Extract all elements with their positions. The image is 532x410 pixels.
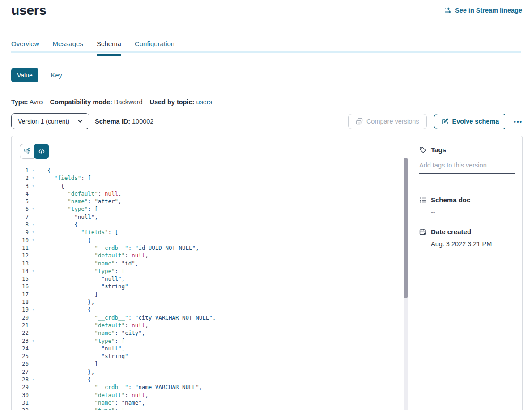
- code-line: 4 "default": null,: [12, 190, 401, 197]
- fold-arrow-icon[interactable]: ▾: [29, 174, 38, 182]
- code-line: 21 "default": null,: [12, 321, 401, 329]
- line-number: 31: [12, 399, 29, 406]
- line-number: 18: [12, 298, 29, 306]
- code-text: "name": "city",: [38, 329, 401, 337]
- more-options-button[interactable]: •••: [514, 118, 523, 125]
- code-line: 24 "null",: [12, 345, 401, 352]
- code-text: "default": null,: [38, 321, 401, 329]
- value-toggle-button[interactable]: Value: [11, 68, 38, 82]
- fold-gutter: [29, 383, 38, 391]
- page-title: users: [11, 3, 47, 18]
- code-text: "null",: [38, 345, 401, 352]
- fold-gutter: [29, 290, 38, 298]
- code-line: 26 ]: [12, 360, 401, 367]
- line-number: 16: [12, 282, 29, 290]
- compare-versions-icon: [356, 118, 363, 125]
- line-number: 1: [12, 167, 29, 174]
- fold-arrow-icon[interactable]: ▾: [29, 337, 38, 345]
- key-toggle-button[interactable]: Key: [51, 72, 62, 79]
- code-text: "__crdb__": "name VARCHAR NULL",: [38, 383, 401, 391]
- code-text: "name": "id",: [38, 260, 401, 267]
- line-number: 10: [12, 236, 29, 244]
- code-line: 25 "string": [12, 352, 401, 360]
- see-in-stream-lineage-link[interactable]: See in Stream lineage: [444, 7, 522, 14]
- fold-gutter: [29, 368, 38, 376]
- line-number: 20: [12, 314, 29, 321]
- line-number: 30: [12, 391, 29, 399]
- fold-gutter: [29, 275, 38, 282]
- line-number: 22: [12, 329, 29, 337]
- value-key-toggle: Value Key: [11, 68, 62, 82]
- code-text: "__crdb__": "id UUID NOT NULL",: [38, 244, 401, 252]
- fold-arrow-icon[interactable]: ▾: [29, 236, 38, 244]
- line-number: 27: [12, 368, 29, 376]
- schema-sidebar: Tags Schema doc --: [410, 136, 523, 410]
- schema-meta-row: Type: Avro Compatibility mode: Backward …: [11, 98, 212, 106]
- tags-heading: Tags: [419, 146, 515, 154]
- schema-doc-value: --: [431, 209, 515, 216]
- tab-configuration[interactable]: Configuration: [135, 40, 174, 56]
- list-icon: [419, 196, 426, 204]
- fold-arrow-icon[interactable]: ▾: [29, 182, 38, 190]
- line-number: 23: [12, 337, 29, 345]
- schema-type: Type: Avro: [11, 98, 43, 106]
- schema-controls-row: Version 1 (current) Schema ID: 100002 Co…: [11, 113, 523, 129]
- fold-gutter: [29, 298, 38, 306]
- code-line: 28▾ {: [12, 376, 401, 383]
- code-line: 23▾ "type": [: [12, 337, 401, 345]
- code-text: "name": "after",: [38, 197, 401, 205]
- fold-arrow-icon[interactable]: ▾: [29, 306, 38, 313]
- code-line: 30 "default": null,: [12, 391, 401, 399]
- add-tags-input[interactable]: [419, 160, 515, 174]
- code-view-button[interactable]: [34, 144, 49, 159]
- line-number: 17: [12, 290, 29, 298]
- fold-gutter: [29, 345, 38, 352]
- code-text: "name": "name",: [38, 399, 401, 406]
- compatibility-mode: Compatibility mode: Backward: [50, 98, 142, 106]
- fold-arrow-icon[interactable]: ▾: [29, 221, 38, 228]
- fold-arrow-icon[interactable]: ▾: [29, 267, 38, 275]
- code-line: 14▾ "type": [: [12, 267, 401, 275]
- code-line: 10▾ {: [12, 236, 401, 244]
- code-text: },: [38, 298, 401, 306]
- tab-overview[interactable]: Overview: [11, 40, 39, 56]
- fold-gutter: [29, 252, 38, 259]
- fold-gutter: [29, 360, 38, 367]
- code-line: 16 "string": [12, 282, 401, 290]
- code-text: "type": [: [38, 205, 401, 213]
- code-line: 19▾ {: [12, 306, 401, 313]
- tab-bar-underline: [11, 51, 521, 53]
- version-select[interactable]: Version 1 (current): [11, 113, 89, 129]
- code-scrollbar-track[interactable]: [404, 158, 408, 410]
- date-created-value: Aug. 3 2022 3:21 PM: [431, 240, 515, 248]
- code-lines: 1▾{2▾ "fields": [3▾ {4 "default": null,5…: [12, 167, 401, 410]
- code-text: {: [38, 236, 401, 244]
- fold-arrow-icon[interactable]: ▾: [29, 376, 38, 383]
- fold-arrow-icon[interactable]: ▾: [29, 228, 38, 236]
- line-number: 15: [12, 275, 29, 282]
- evolve-schema-button[interactable]: Evolve schema: [434, 114, 507, 129]
- code-view-icon: [38, 148, 45, 154]
- line-number: 19: [12, 306, 29, 313]
- calendar-plus-icon: [419, 228, 426, 235]
- code-line: 8▾ {: [12, 221, 401, 228]
- tab-schema[interactable]: Schema: [97, 40, 121, 56]
- tree-view-button[interactable]: [20, 144, 34, 159]
- schema-code-pane: 1▾{2▾ "fields": [3▾ {4 "default": null,5…: [12, 136, 410, 410]
- fold-arrow-icon[interactable]: ▾: [29, 406, 38, 410]
- topic-link[interactable]: users: [196, 98, 212, 106]
- line-number: 5: [12, 197, 29, 205]
- tab-messages[interactable]: Messages: [53, 40, 83, 56]
- code-text: "default": null,: [38, 252, 401, 259]
- line-number: 25: [12, 352, 29, 360]
- code-line: 18 },: [12, 298, 401, 306]
- compare-versions-button[interactable]: Compare versions: [348, 114, 427, 129]
- fold-gutter: [29, 329, 38, 337]
- code-line: 22 "name": "city",: [12, 329, 401, 337]
- fold-arrow-icon[interactable]: ▾: [29, 167, 38, 174]
- code-scrollbar-thumb[interactable]: [404, 158, 408, 298]
- tab-bar: Overview Messages Schema Configuration: [11, 40, 174, 56]
- code-text: "default": null,: [38, 391, 401, 399]
- fold-arrow-icon[interactable]: ▾: [29, 205, 38, 213]
- code-line: 1▾{: [12, 167, 401, 174]
